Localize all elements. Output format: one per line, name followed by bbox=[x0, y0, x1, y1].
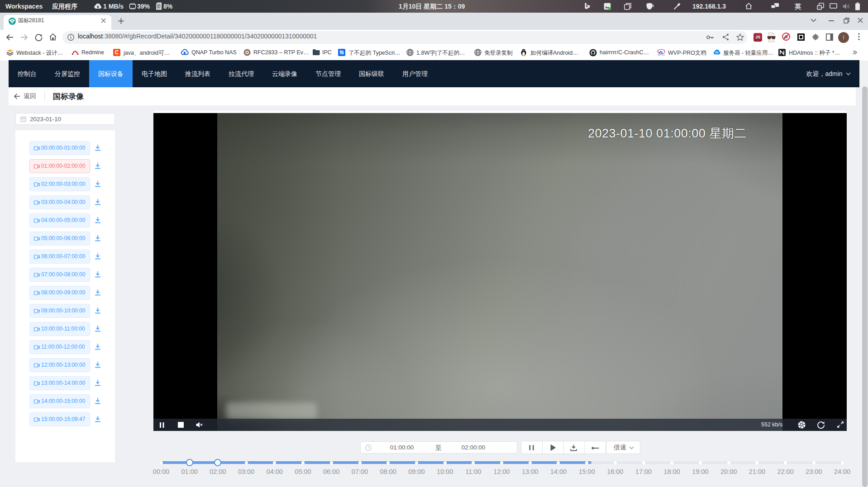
svg-text:WVP·PRO: WVP·PRO bbox=[658, 54, 665, 56]
